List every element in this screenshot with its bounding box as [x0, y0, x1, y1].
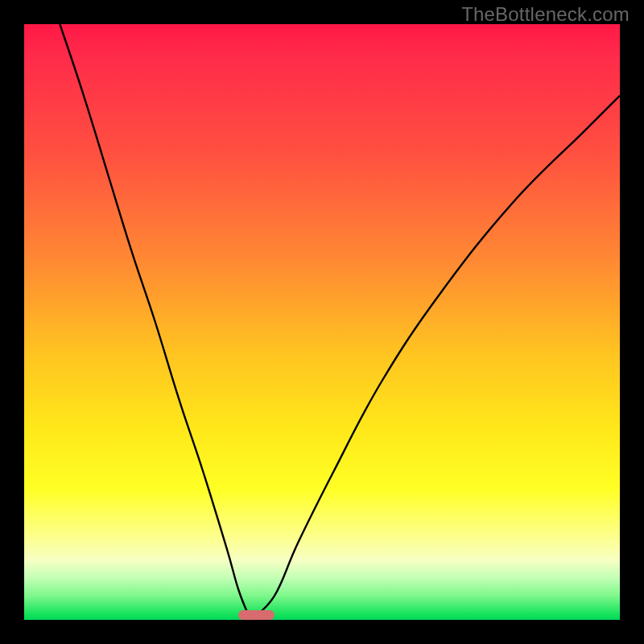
plot-area — [24, 24, 620, 620]
optimal-range-marker — [238, 610, 274, 620]
curve-path — [60, 24, 620, 620]
watermark-text: TheBottleneck.com — [461, 3, 630, 26]
bottleneck-curve — [24, 24, 620, 620]
chart-frame: TheBottleneck.com — [0, 0, 644, 644]
